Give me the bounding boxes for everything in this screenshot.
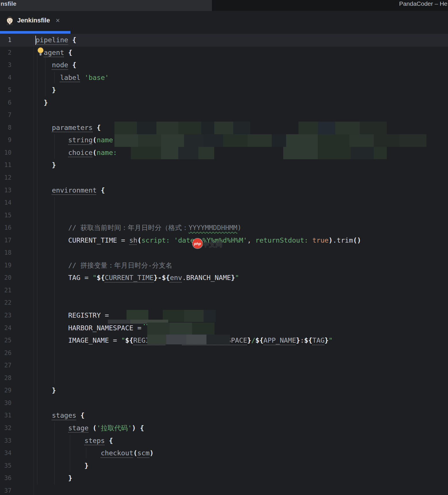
line-number[interactable]: 34	[0, 447, 12, 460]
code-token	[36, 324, 68, 332]
code-line[interactable]: }	[36, 84, 361, 97]
code-line[interactable]: node {	[36, 59, 361, 72]
line-number[interactable]: 37	[0, 485, 12, 495]
line-number[interactable]: 33	[0, 435, 12, 447]
code-token: =	[117, 236, 129, 244]
code-token: {	[97, 186, 105, 194]
line-number[interactable]: 11	[0, 159, 12, 172]
line-number[interactable]: 28	[0, 372, 12, 385]
code-area[interactable]: pipeline { agent { node { label 'base' }…	[36, 34, 361, 495]
line-number[interactable]: 13	[0, 184, 12, 197]
line-number[interactable]: 31	[0, 409, 12, 422]
line-number[interactable]: 22	[0, 297, 12, 309]
line-number[interactable]: 32	[0, 422, 12, 435]
code-token: env	[170, 274, 182, 282]
code-token	[36, 437, 85, 445]
code-token: parameters	[52, 124, 93, 132]
code-token: label	[60, 74, 81, 82]
code-line[interactable]: checkout(scm)	[36, 447, 361, 460]
code-token	[36, 136, 68, 144]
code-line[interactable]: }	[36, 97, 361, 109]
line-number[interactable]: 15	[0, 209, 12, 222]
code-line[interactable]: }	[36, 384, 361, 397]
code-line[interactable]	[36, 485, 361, 495]
line-number[interactable]: 5	[0, 84, 12, 97]
code-line[interactable]	[36, 347, 361, 360]
code-token: =	[101, 311, 109, 319]
code-line[interactable]	[36, 172, 361, 184]
code-line[interactable]	[36, 209, 361, 222]
line-number[interactable]: 30	[0, 397, 12, 410]
line-number[interactable]: 7	[0, 109, 12, 122]
window-title-bar: nsfile PandaCoder – He	[0, 0, 448, 11]
code-token: ${	[125, 336, 133, 344]
code-line[interactable]: steps {	[36, 435, 361, 447]
code-token: sh	[129, 236, 137, 244]
code-token: name:	[97, 149, 117, 157]
line-number[interactable]: 35	[0, 460, 12, 472]
code-token: script:	[141, 236, 170, 244]
window-title: nsfile	[1, 0, 16, 7]
code-token	[36, 99, 44, 107]
line-number[interactable]: 16	[0, 222, 12, 234]
line-number[interactable]: 4	[0, 72, 12, 84]
line-number[interactable]: 2	[0, 47, 12, 59]
line-number[interactable]: 18	[0, 247, 12, 259]
line-number[interactable]: 14	[0, 197, 12, 209]
line-number[interactable]: 10	[0, 147, 12, 159]
line-number[interactable]: 23	[0, 309, 12, 322]
code-token: =	[133, 324, 141, 332]
code-token	[36, 424, 68, 432]
code-line[interactable]	[36, 372, 361, 385]
tab-jenkinsfile[interactable]: Jenkinsfile ✕	[0, 11, 70, 31]
code-token: '拉取代码'	[97, 424, 132, 432]
line-number[interactable]: 17	[0, 234, 12, 247]
code-line[interactable]: pipeline {	[36, 34, 361, 47]
line-number[interactable]: 19	[0, 259, 12, 272]
line-number[interactable]: 3	[0, 59, 12, 72]
code-line[interactable]: environment {	[36, 184, 361, 197]
line-number[interactable]: 20	[0, 272, 12, 284]
line-number[interactable]: 25	[0, 334, 12, 347]
code-line[interactable]: agent {	[36, 47, 361, 59]
editor-tab-bar: Jenkinsfile ✕	[0, 11, 448, 34]
code-line[interactable]: // 获取当前时间：年月日时分（格式：YYYYMMDDHHMM)	[36, 222, 361, 234]
line-number[interactable]: 24	[0, 322, 12, 335]
line-number[interactable]: 26	[0, 347, 12, 360]
code-line[interactable]	[36, 297, 361, 309]
watermark-label: 中文网	[202, 240, 222, 249]
active-tab-indicator	[0, 31, 70, 34]
code-line[interactable]	[36, 397, 361, 410]
line-number[interactable]: 12	[0, 172, 12, 184]
code-token: ()	[353, 236, 361, 244]
line-number[interactable]: 9	[0, 134, 12, 147]
code-line[interactable]: }	[36, 472, 361, 485]
code-line[interactable]	[36, 109, 361, 122]
code-line[interactable]	[36, 284, 361, 297]
code-line[interactable]: stage ('拉取代码') {	[36, 422, 361, 435]
line-number[interactable]: 8	[0, 122, 12, 134]
lightbulb-icon[interactable]	[37, 47, 44, 57]
code-token: checkout	[101, 449, 133, 457]
code-line[interactable]	[36, 197, 361, 209]
code-line[interactable]: label 'base'	[36, 72, 361, 84]
code-line[interactable]: }	[36, 460, 361, 472]
line-number[interactable]: 21	[0, 284, 12, 297]
code-token: {	[93, 124, 101, 132]
line-number[interactable]: 1	[0, 34, 12, 47]
close-icon[interactable]: ✕	[55, 17, 60, 24]
code-token	[36, 149, 68, 157]
line-number[interactable]: 29	[0, 384, 12, 397]
code-line[interactable]: stages {	[36, 409, 361, 422]
code-token: )	[132, 424, 136, 432]
code-line[interactable]: TAG = "${CURRENT_TIME}-${env.BRANCH_NAME…	[36, 272, 361, 284]
line-number[interactable]: 36	[0, 472, 12, 485]
code-token: {	[68, 61, 76, 69]
code-line[interactable]	[36, 359, 361, 372]
code-token: }	[52, 161, 56, 169]
title-bar-left-section: nsfile	[0, 0, 212, 11]
line-number[interactable]: 6	[0, 97, 12, 109]
line-number[interactable]: 27	[0, 359, 12, 372]
code-line[interactable]: }	[36, 159, 361, 172]
code-line[interactable]: // 拼接变量：年月日时分-分支名	[36, 259, 361, 272]
